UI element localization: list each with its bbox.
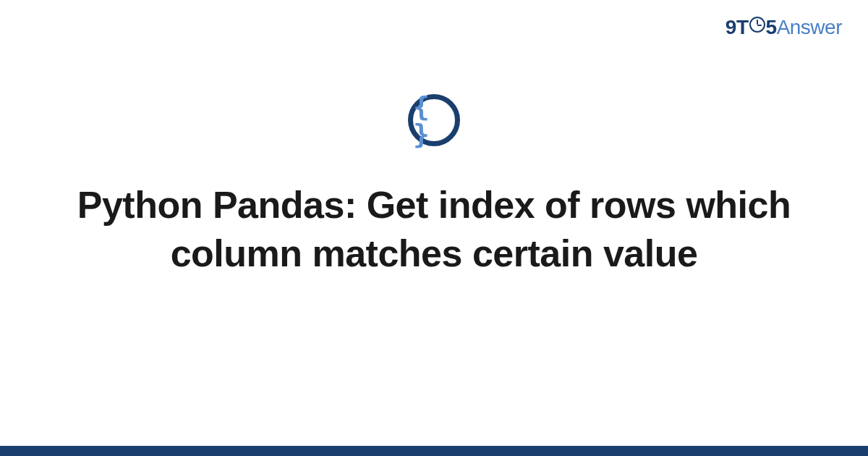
- code-braces-icon: { }: [408, 94, 460, 146]
- main-content: { } Python Pandas: Get index of rows whi…: [0, 94, 868, 277]
- logo-text-answer: Answer: [777, 16, 842, 39]
- logo-text-5: 5: [766, 16, 777, 39]
- page-title: Python Pandas: Get index of rows which c…: [65, 181, 803, 277]
- site-logo: 9T 5 Answer: [726, 16, 842, 39]
- footer-bar: [0, 446, 868, 456]
- clock-icon: [749, 17, 765, 33]
- braces-glyph: { }: [413, 93, 455, 148]
- logo-text-9t: 9T: [726, 16, 749, 39]
